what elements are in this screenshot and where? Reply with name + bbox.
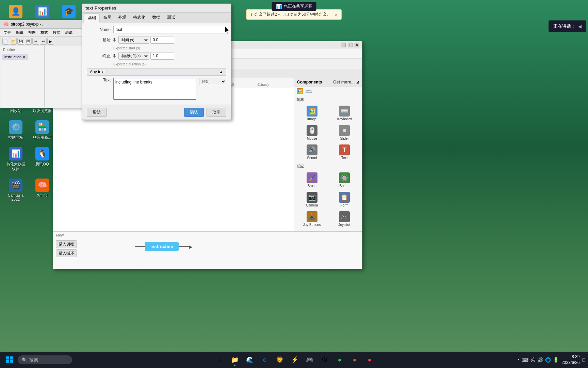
insert-routine-btn[interactable]: 插入例程 [56, 240, 77, 248]
dialog-tab-test[interactable]: 测试 [164, 13, 179, 22]
components-actions: Get more... ⊿ [333, 80, 359, 85]
maximize-btn[interactable]: □ [348, 43, 353, 47]
start-input-group: 时间 (s) [118, 36, 226, 44]
taskbar-lang-icon[interactable]: 英 [530, 357, 535, 363]
stroop2-toolbar-run[interactable]: ▶ [47, 38, 54, 45]
component-mouse-stim[interactable]: 🖱️ Mouse [296, 124, 328, 142]
component-joybuttons[interactable]: 🕹️ Joy Buttons [296, 210, 328, 228]
stroop2-menu-edit[interactable]: 编辑 [14, 29, 26, 36]
taskbar-app-tiktok[interactable]: ♪ [213, 353, 227, 367]
stroop2-menu-data[interactable]: 数据 [51, 29, 62, 36]
component-brush[interactable]: 🖌️ Brush [296, 171, 328, 189]
desktop-icon-xmind[interactable]: 🧠 Xmind [30, 177, 54, 203]
dialog-body: Name 起始 $ 时间 (s) Expected start (s) 终止 $ [82, 22, 231, 105]
expected-start-label: Expected start (s) [87, 46, 226, 50]
taskbar-app-cheetah[interactable]: 🦁 [273, 353, 287, 367]
desktop-icon-tencent[interactable]: 🐧 腾讯QQ [30, 145, 54, 173]
text-content: including line breaks [115, 80, 152, 85]
get-more-link[interactable]: Get more... [333, 80, 355, 85]
desktop-icon-controlpanel[interactable]: ⚙️ 控制面板 [3, 119, 28, 141]
stroop2-instruction-tab[interactable]: instruction × [2, 54, 28, 60]
meeting-close-btn[interactable]: × [334, 12, 337, 17]
component-slider-stim[interactable]: ≡ Slider [329, 124, 360, 142]
component-form[interactable]: 📋 Form [329, 190, 360, 209]
component-sound[interactable]: 🔊 Sound [296, 143, 328, 161]
stroop2-instruction-close[interactable]: × [23, 55, 25, 59]
component-camera[interactable]: 📷 Camera [296, 190, 328, 209]
end-value-input[interactable] [150, 52, 174, 60]
taskbar-app-game[interactable]: 🎮 [303, 353, 316, 367]
stroop2-menu-test[interactable]: 测试 [63, 29, 75, 36]
taskbar-app-app1[interactable]: ⚡ [288, 353, 301, 367]
confirm-btn[interactable]: 确认 [184, 108, 204, 117]
cancel-btn[interactable]: 取消 [207, 108, 226, 117]
component-keyboard-stim[interactable]: ⌨️ Keyboard [329, 104, 360, 122]
insert-loop-btn[interactable]: 插入循环 [56, 249, 77, 257]
taskbar-notification-icon[interactable]: □ [583, 357, 585, 363]
desktop-icon-appstore[interactable]: 🏪 联应用商店 [30, 119, 54, 141]
start-button[interactable] [3, 353, 16, 367]
start-value-input[interactable] [150, 36, 174, 44]
stroop2-toolbar-open[interactable]: 📂 [10, 38, 17, 45]
text-type-select[interactable]: 恒定 [199, 78, 226, 85]
taskbar-app-file[interactable]: 📁 [228, 353, 242, 367]
desktop: 📊 您正在共享屏幕 ℹ 会议已超过2人，自动转为60分钟时会议。 × 正在讲话：… [0, 0, 588, 368]
taskbar-app-ie[interactable]: e [258, 353, 272, 367]
taskbar-app-wps[interactable]: W [318, 353, 331, 367]
component-button[interactable]: 🔘 Button [329, 171, 360, 189]
dialog-tab-data[interactable]: 数据 [149, 13, 164, 22]
component-text[interactable]: T Text [329, 143, 360, 161]
help-btn[interactable]: 帮助 [87, 108, 107, 117]
start-type-select[interactable]: 时间 (s) [118, 36, 149, 44]
desktop-icon-camtasia[interactable]: 🎬 Camtasia2022 [3, 177, 28, 203]
quick-icon-2[interactable]: ⌨️ [305, 88, 312, 94]
taskbar-app-edge[interactable]: 🌊 [243, 353, 257, 367]
taskbar-app-red1[interactable]: ● [348, 353, 361, 367]
taskbar-app-green[interactable]: ● [333, 353, 346, 367]
stroop2-routines-label: Routines [2, 47, 43, 53]
stroop2-menu-view[interactable]: 视图 [26, 29, 38, 36]
name-row: Name [87, 26, 226, 33]
taskbar-system: ∧ ⌨ 英 🔊 🌐 🔋 8:39 2023/6/26 □ [517, 354, 585, 366]
svg-rect-1 [10, 356, 13, 359]
stroop2-menu-format[interactable]: 格式 [38, 29, 50, 36]
dialog-titlebar: text Properties [82, 4, 231, 13]
taskbar-volume-icon[interactable]: 🔊 [537, 357, 543, 363]
taskbar-expand-icon[interactable]: ∧ [517, 358, 520, 362]
any-text-collapse[interactable]: ▲ [219, 70, 223, 74]
dialog-tab-appearance[interactable]: 外观 [115, 13, 130, 22]
stroop2-menu-file[interactable]: 文件 [2, 29, 13, 36]
dialog-tab-layout[interactable]: 布局 [100, 13, 115, 22]
flow-node-instruction[interactable]: instruction [145, 242, 179, 251]
component-image[interactable]: 🖼️ Image [296, 104, 328, 122]
text-area-row: Text including line breaks 恒定 [87, 78, 226, 100]
taskbar-battery-icon[interactable]: 🔋 [553, 357, 559, 363]
screen-share-icon: 📊 [276, 4, 282, 9]
dialog-tab-format[interactable]: 格式化 [130, 13, 149, 22]
close-btn[interactable]: ✕ [355, 43, 359, 47]
taskbar-date: 2023/6/26 [561, 360, 579, 366]
text-content-area[interactable]: including line breaks [113, 78, 196, 100]
taskbar-time[interactable]: 8:39 2023/6/26 [561, 354, 579, 366]
taskbar-app-red2[interactable]: ● [363, 353, 376, 367]
quick-icon-1[interactable]: 🖼️ [296, 88, 303, 94]
stroop2-toolbar-new[interactable]: 📄 [2, 38, 9, 45]
desktop-icon-bigdata[interactable]: 📊 转化大数据软件 [3, 145, 28, 173]
end-row: 终止 $ 持续时间(s) [87, 52, 226, 60]
stroop2-toolbar-save[interactable]: 💾 [17, 38, 24, 45]
taskbar-keyboard-icon[interactable]: ⌨ [522, 357, 528, 363]
components-label: Components [297, 80, 322, 85]
taskbar-network-icon[interactable]: 🌐 [545, 357, 551, 363]
stroop2-toolbar-redo[interactable]: ↪ [40, 38, 47, 45]
component-joystick[interactable]: 🎮 Joystick [329, 210, 360, 228]
speaker-arrow: ◀ [578, 24, 582, 29]
taskbar-search[interactable]: 🔍 搜索 [18, 355, 72, 364]
components-filter-icon[interactable]: ⊿ [356, 80, 359, 85]
name-input[interactable] [113, 26, 226, 33]
end-type-select[interactable]: 持续时间(s) [118, 52, 149, 60]
flow-diagram: instruction ▶ [135, 242, 193, 251]
stroop2-toolbar-undo[interactable]: ↩ [32, 38, 39, 45]
dialog-tab-basics[interactable]: 基础 [84, 13, 100, 22]
stroop2-toolbar-save-as[interactable]: 💾 [25, 38, 32, 45]
minimize-btn[interactable]: ─ [341, 43, 346, 47]
